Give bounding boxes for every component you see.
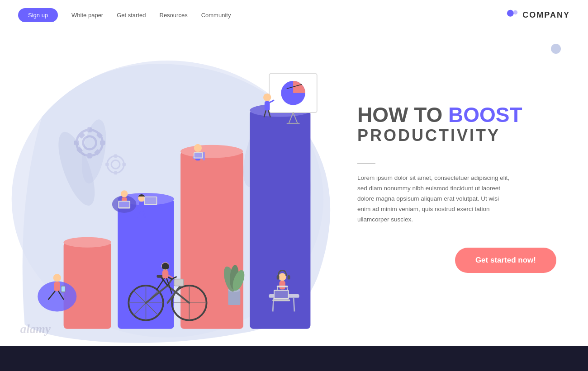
logo-area: COMPANY (506, 9, 570, 22)
nav-community[interactable]: Community (201, 12, 231, 19)
svg-text:alamy: alamy (20, 322, 51, 336)
svg-rect-97 (279, 281, 285, 289)
illustration: alamy (0, 30, 344, 346)
svg-rect-49 (139, 202, 144, 210)
right-panel: HOW TO BOOST PRODUCTIVITY Lorem ipsum do… (344, 30, 588, 346)
title-line1: HOW TO BOOST (357, 103, 565, 127)
signup-button[interactable]: Sign up (18, 8, 58, 22)
svg-point-29 (180, 145, 243, 158)
nav-getstarted[interactable]: Get started (117, 12, 146, 19)
svg-rect-12 (100, 141, 105, 145)
svg-rect-98 (277, 286, 288, 287)
description-text: Lorem ipsum dolor sit amet, consectetuer… (357, 173, 511, 225)
header: Sign up White paper Get started Resource… (0, 0, 588, 30)
svg-rect-47 (119, 202, 129, 207)
svg-rect-89 (228, 290, 240, 305)
svg-rect-53 (145, 197, 156, 204)
svg-rect-95 (277, 275, 280, 280)
title-boost: BOOST (448, 103, 522, 127)
svg-point-38 (263, 94, 271, 101)
main-heading: HOW TO BOOST PRODUCTIVITY (357, 103, 565, 155)
svg-line-103 (294, 298, 294, 312)
page-wrapper: Sign up White paper Get started Resource… (0, 0, 588, 371)
svg-point-61 (53, 274, 61, 282)
svg-rect-20 (114, 154, 117, 157)
title-line2: PRODUCTIVITY (357, 126, 565, 145)
content-area: alamy HOW TO BOOST PRODUCTIVITY Lorem ip… (0, 30, 588, 346)
svg-rect-21 (114, 171, 117, 174)
bottom-bar (0, 346, 588, 371)
svg-point-54 (194, 144, 202, 152)
svg-rect-22 (122, 163, 125, 166)
svg-rect-62 (54, 282, 60, 291)
left-panel: alamy (0, 30, 344, 346)
svg-rect-106 (272, 300, 290, 301)
company-name: COMPANY (522, 10, 570, 20)
svg-point-1 (513, 10, 517, 14)
svg-point-94 (279, 273, 286, 281)
divider (357, 163, 375, 164)
svg-point-44 (121, 190, 128, 197)
nav-links: Sign up White paper Get started Resource… (18, 8, 231, 22)
get-started-button[interactable]: Get started now! (455, 248, 556, 273)
svg-rect-13 (74, 141, 79, 145)
svg-point-0 (507, 9, 514, 16)
svg-rect-105 (275, 291, 288, 298)
svg-rect-96 (288, 275, 290, 280)
svg-rect-24 (64, 242, 111, 329)
decor-dot (551, 44, 561, 54)
svg-rect-64 (62, 286, 65, 291)
company-logo-icon (506, 9, 519, 22)
svg-rect-59 (194, 153, 202, 158)
nav-whitepaper[interactable]: White paper (71, 12, 103, 19)
svg-rect-10 (87, 127, 92, 132)
svg-rect-11 (87, 153, 92, 158)
svg-rect-23 (105, 163, 109, 166)
svg-point-25 (64, 237, 111, 248)
svg-rect-83 (174, 279, 184, 286)
svg-rect-57 (203, 152, 205, 160)
nav-resources[interactable]: Resources (160, 12, 188, 19)
